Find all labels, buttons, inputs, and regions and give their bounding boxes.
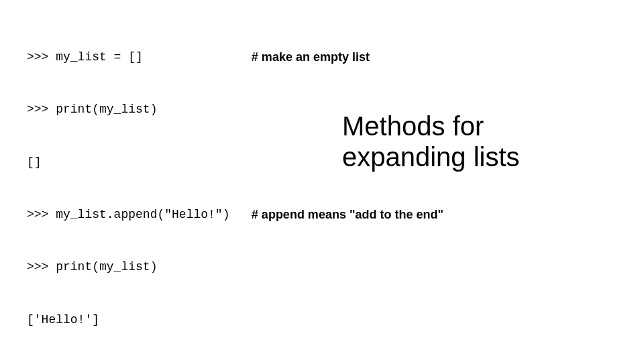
slide-title: Methods for expanding lists	[342, 111, 520, 172]
code-comment: # make an empty list	[252, 48, 370, 66]
code-text: >>> print(my_list)	[27, 258, 157, 276]
code-comment: # append means "add to the end"	[252, 206, 443, 223]
code-line: >>> print(my_list)	[27, 101, 617, 118]
title-line-1: Methods for	[342, 111, 520, 141]
code-text: ['Hello!']	[27, 311, 99, 328]
code-line: ['Hello!']	[27, 311, 617, 328]
code-line: >>> my_list = [] # make an empty list	[27, 48, 617, 66]
code-block: >>> my_list = [] # make an empty list >>…	[27, 13, 617, 362]
title-line-2: expanding lists	[342, 141, 520, 172]
code-line: >>> print(my_list)	[27, 258, 617, 276]
code-text: >>> print(my_list)	[27, 101, 157, 118]
code-line: []	[27, 154, 617, 171]
code-text: >>> my_list = []	[27, 48, 252, 66]
code-text: []	[27, 154, 42, 171]
code-line: >>> my_list.append("Hello!") # append me…	[27, 206, 617, 223]
code-text: >>> my_list.append("Hello!")	[27, 206, 252, 223]
